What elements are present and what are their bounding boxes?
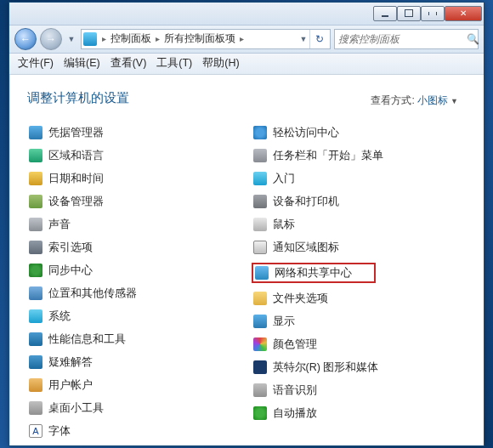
cpl-item-label: 鼠标 xyxy=(273,218,295,231)
cpl-item-performance-info[interactable]: 性能信息和工具 xyxy=(27,332,243,347)
menu-bar: 文件(F) 编辑(E) 查看(V) 工具(T) 帮助(H) xyxy=(9,54,484,75)
cpl-item-network-sharing-center[interactable]: 网络和共享中心 xyxy=(252,263,376,283)
view-mode-label: 查看方式: xyxy=(371,94,414,106)
control-panel-icon xyxy=(83,32,97,46)
menu-edit[interactable]: 编辑(E) xyxy=(64,56,100,71)
cpl-item-sound[interactable]: 声音 xyxy=(27,217,243,232)
cpl-item-device-manager[interactable]: 设备管理器 xyxy=(27,194,243,209)
troubleshooting-icon xyxy=(29,355,42,369)
search-input[interactable] xyxy=(338,33,467,45)
display-icon xyxy=(253,315,267,328)
cpl-item-ease-of-access[interactable]: 轻松访问中心 xyxy=(252,125,468,140)
cpl-item-autoplay[interactable]: 自动播放 xyxy=(252,405,468,421)
right-column: 轻松访问中心任务栏和「开始」菜单入门设备和打印机鼠标通知区域图标网络和共享中心文… xyxy=(252,125,468,439)
menu-file[interactable]: 文件(F) xyxy=(18,56,54,71)
window-titlebar xyxy=(9,3,484,26)
cpl-item-label: 英特尔(R) 图形和媒体 xyxy=(273,360,379,374)
content-area: 调整计算机的设置 查看方式: 小图标▼ 凭据管理器区域和语言日期和时间设备管理器… xyxy=(9,75,484,445)
performance-info-icon xyxy=(29,332,42,346)
cpl-item-label: 设备管理器 xyxy=(48,195,104,208)
color-management-icon xyxy=(253,337,267,351)
cpl-item-display[interactable]: 显示 xyxy=(252,314,468,329)
cpl-item-label: 文件夹选项 xyxy=(273,292,328,305)
breadcrumb-seg2[interactable]: 所有控制面板项 xyxy=(162,31,238,46)
getting-started-icon xyxy=(253,172,267,185)
devices-printers-icon xyxy=(253,195,267,208)
cpl-item-user-accounts[interactable]: 用户帐户 xyxy=(27,377,243,393)
ease-of-access-icon xyxy=(253,126,267,139)
mouse-icon xyxy=(253,218,267,231)
cpl-item-notification-icons[interactable]: 通知区域图标 xyxy=(252,240,468,255)
cpl-item-folder-options[interactable]: 文件夹选项 xyxy=(252,291,468,306)
history-dropdown[interactable]: ▼ xyxy=(65,35,77,43)
cpl-item-label: 显示 xyxy=(273,315,295,328)
cpl-item-mouse[interactable]: 鼠标 xyxy=(252,217,468,232)
indexing-options-icon xyxy=(29,241,42,254)
cpl-item-label: 颜色管理 xyxy=(273,337,317,351)
cpl-item-label: 字体 xyxy=(48,424,71,438)
breadcrumb-arrow[interactable]: ▸ xyxy=(154,34,162,43)
search-icon: 🔍 xyxy=(467,33,479,45)
cpl-item-fonts[interactable]: A字体 xyxy=(27,423,243,439)
left-column: 凭据管理器区域和语言日期和时间设备管理器声音索引选项同步中心位置和其他传感器系统… xyxy=(27,125,243,439)
cpl-item-date-time[interactable]: 日期和时间 xyxy=(27,171,243,186)
menu-view[interactable]: 查看(V) xyxy=(110,56,147,71)
cpl-item-label: 桌面小工具 xyxy=(48,401,104,415)
cpl-item-troubleshooting[interactable]: 疑难解答 xyxy=(27,354,243,370)
region-language-icon xyxy=(29,149,42,162)
cpl-item-speech-recognition[interactable]: 语音识别 xyxy=(252,383,468,398)
breadcrumb-arrow[interactable]: ▸ xyxy=(100,34,108,43)
notification-icons-icon xyxy=(253,241,267,254)
cpl-item-label: 性能信息和工具 xyxy=(48,332,126,346)
cpl-item-region-language[interactable]: 区域和语言 xyxy=(27,148,243,163)
cpl-item-label: 语音识别 xyxy=(273,383,317,397)
cpl-item-label: 设备和打印机 xyxy=(273,195,339,208)
sync-center-icon xyxy=(29,264,42,277)
breadcrumb-arrow[interactable]: ▸ xyxy=(238,34,246,43)
control-panel-window: ← → ▼ ▸ 控制面板 ▸ 所有控制面板项 ▸ ▼ ↻ 🔍 文件(F) 编辑(… xyxy=(8,2,484,446)
cpl-item-location-sensors[interactable]: 位置和其他传感器 xyxy=(27,286,243,301)
cpl-item-label: 位置和其他传感器 xyxy=(48,286,137,300)
taskbar-startmenu-icon xyxy=(253,149,267,162)
minimize-button[interactable] xyxy=(373,6,397,21)
view-mode-link[interactable]: 小图标▼ xyxy=(417,94,458,106)
cpl-item-credential-manager[interactable]: 凭据管理器 xyxy=(27,125,243,140)
cpl-item-label: 声音 xyxy=(48,218,71,231)
speech-recognition-icon xyxy=(253,383,267,397)
refresh-button[interactable]: ↻ xyxy=(309,30,328,48)
navigation-bar: ← → ▼ ▸ 控制面板 ▸ 所有控制面板项 ▸ ▼ ↻ 🔍 xyxy=(9,26,484,54)
address-bar[interactable]: ▸ 控制面板 ▸ 所有控制面板项 ▸ ▼ ↻ xyxy=(81,29,331,49)
back-button[interactable]: ← xyxy=(14,28,37,50)
breadcrumb-seg1[interactable]: 控制面板 xyxy=(108,31,154,46)
cpl-item-getting-started[interactable]: 入门 xyxy=(252,171,468,186)
location-sensors-icon xyxy=(29,286,42,300)
cpl-item-label: 自动播放 xyxy=(273,406,317,420)
close-button[interactable] xyxy=(445,6,482,21)
menu-tools[interactable]: 工具(T) xyxy=(156,56,192,71)
cpl-item-taskbar-startmenu[interactable]: 任务栏和「开始」菜单 xyxy=(252,148,468,163)
restore-button[interactable] xyxy=(421,6,445,21)
main-panel: 调整计算机的设置 查看方式: 小图标▼ 凭据管理器区域和语言日期和时间设备管理器… xyxy=(10,75,484,445)
cpl-item-devices-printers[interactable]: 设备和打印机 xyxy=(252,194,468,209)
menu-help[interactable]: 帮助(H) xyxy=(202,56,239,71)
sound-icon xyxy=(29,218,42,231)
cpl-item-system[interactable]: 系统 xyxy=(27,309,243,324)
cpl-item-label: 任务栏和「开始」菜单 xyxy=(273,149,383,162)
forward-button[interactable]: → xyxy=(40,28,62,50)
credential-manager-icon xyxy=(29,126,42,139)
search-box[interactable]: 🔍 xyxy=(334,29,479,49)
cpl-item-label: 凭据管理器 xyxy=(48,126,104,139)
cpl-item-color-management[interactable]: 颜色管理 xyxy=(252,337,468,352)
cpl-item-indexing-options[interactable]: 索引选项 xyxy=(27,240,243,255)
cpl-item-desktop-gadgets[interactable]: 桌面小工具 xyxy=(27,400,243,416)
intel-graphics-icon xyxy=(253,360,267,374)
cpl-item-label: 区域和语言 xyxy=(48,149,104,162)
cpl-item-label: 索引选项 xyxy=(48,241,93,254)
cpl-item-sync-center[interactable]: 同步中心 xyxy=(27,263,243,278)
maximize-button[interactable] xyxy=(397,6,421,21)
system-icon xyxy=(29,309,42,323)
cpl-item-intel-graphics[interactable]: 英特尔(R) 图形和媒体 xyxy=(252,360,468,375)
cpl-item-label: 同步中心 xyxy=(48,264,93,277)
address-dropdown[interactable]: ▼ xyxy=(298,35,309,43)
cpl-item-label: 轻松访问中心 xyxy=(273,126,339,139)
